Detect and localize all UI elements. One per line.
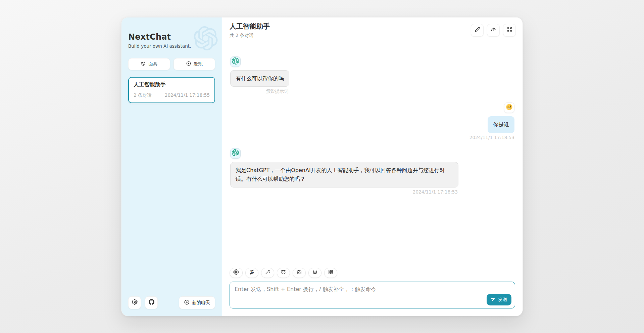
chat-list-item[interactable]: 人工智能助手 2 条对话 2024/11/1 17:18:55 [128,77,215,103]
discover-icon [186,61,191,67]
message-list: 有什么可以帮你的吗 预设提示词 你是谁 2024/11/1 17:18:53 [222,43,523,264]
chat-item-date: 2024/11/1 17:18:55 [165,92,210,98]
openai-flower-icon [232,57,239,66]
chat-header-info: 人工智能助手 共 2 条对话 [230,22,270,39]
chat-item-meta: 2 条对话 2024/11/1 17:18:55 [134,92,210,98]
message-timestamp: 2024/11/1 17:18:53 [469,135,514,140]
settings-button[interactable] [128,296,141,309]
message-assistant: 有什么可以帮你的吗 预设提示词 [230,56,514,95]
clear-context-button[interactable] [293,268,306,278]
chat-item-count: 2 条对话 [134,92,151,98]
github-icon [149,299,154,306]
new-chat-label: 新的聊天 [192,300,210,306]
composer-toolbar: A [230,268,515,278]
discover-button-label: 发现 [194,61,203,67]
composer: A [222,264,523,316]
input-area: 发送 [230,282,515,310]
chat-header: 人工智能助手 共 2 条对话 [222,17,523,43]
settings-icon [132,299,138,306]
github-button[interactable] [145,296,158,309]
chat-title: 人工智能助手 [230,22,270,31]
theme-toggle-button[interactable]: A [245,268,258,278]
new-chat-button[interactable]: 新的聊天 [179,296,215,309]
message-bubble: 我是ChatGPT，一个由OpenAI开发的人工智能助手，我可以回答各种问题并与… [230,162,458,188]
message-meta: 预设提示词 [230,88,289,94]
fullscreen-button[interactable] [503,24,516,37]
chat-main: 人工智能助手 共 2 条对话 [222,17,523,316]
message-timestamp: 2024/11/1 17:18:53 [230,189,458,195]
mask-icon [141,61,146,67]
masks-button[interactable]: 面具 [128,58,170,70]
rename-button[interactable] [471,24,484,37]
openai-flower-icon [232,149,239,158]
fullscreen-icon [507,27,512,34]
chat-input[interactable] [230,282,515,308]
sidebar: NextChat Build your own AI assistant. 面具… [121,17,222,316]
chat-settings-button[interactable] [230,268,243,278]
paper-plane-icon [491,297,496,302]
robot-icon [312,269,318,276]
gear-icon [233,269,239,276]
pencil-icon [475,27,480,34]
plus-circle-icon [184,299,190,306]
assistant-avatar [230,148,241,159]
header-actions [471,24,516,37]
model-button[interactable] [308,268,321,278]
send-button[interactable]: 发送 [487,294,511,305]
plugin-grid-icon [328,269,334,276]
discover-button[interactable]: 发现 [174,58,215,70]
message-bubble: 有什么可以帮你的吗 [230,70,289,87]
sidebar-button-row: 面具 发现 [128,58,215,70]
sidebar-footer: 新的聊天 [128,296,215,309]
auto-theme-icon: A [249,269,255,276]
send-button-label: 发送 [498,297,507,303]
clear-context-icon [296,269,302,276]
magic-wand-icon [265,269,270,276]
openai-flower-watermark-icon [194,26,218,50]
chat-item-title: 人工智能助手 [134,81,210,88]
message-assistant: 我是ChatGPT，一个由OpenAI开发的人工智能助手，我可以回答各种问题并与… [230,148,514,195]
message-user: 你是谁 2024/11/1 17:18:53 [230,102,514,140]
prompts-button[interactable] [261,268,274,278]
share-button[interactable] [487,24,500,37]
mask-button[interactable] [277,268,290,278]
mask-icon [281,269,286,276]
svg-text:A: A [251,271,253,274]
masks-button-label: 面具 [148,61,157,67]
chat-subtitle: 共 2 条对话 [230,33,270,39]
message-bubble: 你是谁 [488,116,514,133]
user-avatar [504,102,514,113]
share-icon [491,27,496,34]
app-window: NextChat Build your own AI assistant. 面具… [121,17,523,316]
assistant-avatar [230,56,241,67]
grinning-emoji-icon [506,103,513,112]
shortcuts-button[interactable] [324,268,337,278]
